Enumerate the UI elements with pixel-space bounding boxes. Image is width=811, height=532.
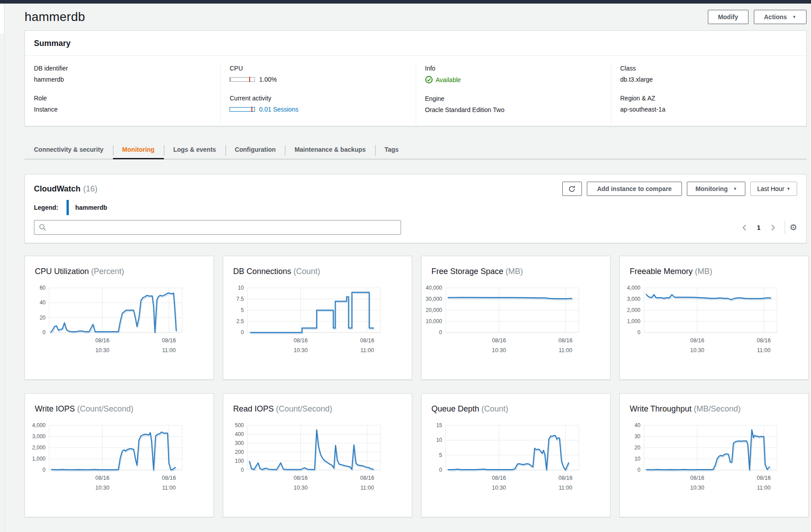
cpu-meter-bar (230, 77, 255, 82)
field-label: Role (34, 95, 209, 102)
chart-card-write-iops[interactable]: Write IOPS (Count/Second)01,0002,0003,00… (25, 393, 214, 517)
sessions-meter-bar (230, 107, 255, 112)
svg-text:0: 0 (637, 329, 640, 336)
cloudwatch-count: (16) (83, 184, 97, 193)
field-value: 0.01 Sessions (230, 106, 405, 113)
add-instance-to-compare-button[interactable]: Add instance to compare (587, 182, 682, 196)
tab-logs-events[interactable]: Logs & events (164, 140, 226, 159)
refresh-button[interactable] (562, 182, 582, 196)
chart-card-queue-depth[interactable]: Queue Depth (Count)05101508/1610:3008/16… (421, 393, 610, 517)
chart-card-write-throughput[interactable]: Write Throughput (MB/Second)01020304008/… (619, 393, 809, 517)
svg-text:40: 40 (635, 422, 641, 428)
time-range-dropdown[interactable]: Last Hour▼ (750, 182, 797, 196)
svg-text:08/16: 08/16 (294, 475, 308, 481)
summary-field-db-identifier: DB identifierhammerdb (34, 65, 209, 83)
chart-unit: (Percent) (91, 267, 124, 276)
summary-panel: Summary DB identifierhammerdbRoleInstanc… (25, 30, 807, 126)
summary-field-role: RoleInstance (34, 95, 209, 113)
chart-unit: (Count) (293, 267, 320, 276)
svg-text:30: 30 (635, 433, 641, 440)
field-value: 1.00% (230, 76, 405, 83)
charts-grid: CPU Utilization (Percent)020406008/1610:… (25, 256, 807, 517)
chart-unit: (Count/Second) (276, 404, 332, 413)
svg-text:10:30: 10:30 (690, 485, 704, 491)
chart-card-db-connections[interactable]: DB Connections (Count)02.557.51008/1610:… (223, 256, 412, 380)
field-value: Oracle Standard Edition Two (425, 106, 600, 113)
chart-title: Free Storage Space (MB) (422, 267, 601, 276)
svg-text:11:00: 11:00 (559, 347, 572, 353)
page-header: hammerdb Modify Actions▼ (25, 4, 807, 25)
svg-text:2,000: 2,000 (32, 445, 46, 451)
pager: 1 ⚙ (737, 221, 797, 234)
svg-text:1,000: 1,000 (627, 318, 640, 324)
summary-field-info: InfoAvailable (425, 65, 600, 83)
chart-plot: 01020304008/1610:3008/1611:00 (620, 420, 797, 491)
chart-plot: 010,00020,00030,00040,00008/1610:3008/16… (422, 283, 598, 354)
cloudwatch-title: CloudWatch (34, 184, 80, 193)
chart-unit: (MB) (695, 267, 712, 276)
svg-text:0: 0 (241, 467, 244, 473)
actions-button[interactable]: Actions▼ (754, 10, 807, 24)
svg-text:3,000: 3,000 (627, 296, 640, 302)
search-icon (39, 224, 46, 231)
svg-text:60: 60 (40, 285, 46, 291)
previous-page-button[interactable] (737, 221, 752, 234)
field-label: Engine (425, 95, 600, 102)
svg-text:0: 0 (241, 329, 244, 336)
svg-text:11:00: 11:00 (757, 347, 770, 353)
field-label: Info (425, 65, 600, 72)
series-line-hammerdb (448, 436, 569, 470)
chart-title: Freeable Memory (MB) (620, 267, 799, 276)
svg-text:400: 400 (235, 431, 244, 437)
chart-metric-name: Queue Depth (431, 404, 481, 413)
svg-text:10:30: 10:30 (492, 347, 506, 353)
chart-metric-name: Write IOPS (35, 404, 77, 413)
chart-title: DB Connections (Count) (223, 267, 403, 276)
legend-color-bar (67, 200, 69, 215)
field-label: Class (620, 65, 795, 72)
summary-field-current-activity: Current activity0.01 Sessions (230, 95, 405, 113)
svg-text:08/16: 08/16 (492, 475, 506, 481)
tab-configuration[interactable]: Configuration (226, 140, 285, 159)
tab-monitoring[interactable]: Monitoring (113, 140, 164, 159)
svg-text:4,000: 4,000 (32, 422, 46, 428)
svg-text:08/16: 08/16 (559, 475, 573, 481)
chart-title: Read IOPS (Count/Second) (223, 404, 403, 414)
field-label: Current activity (230, 95, 405, 102)
svg-text:100: 100 (235, 458, 244, 464)
svg-text:5: 5 (241, 307, 244, 313)
chart-card-cpu-utilization[interactable]: CPU Utilization (Percent)020406008/1610:… (25, 256, 214, 380)
chart-card-free-storage-space[interactable]: Free Storage Space (MB)010,00020,00030,0… (421, 256, 610, 380)
svg-text:10:30: 10:30 (294, 347, 308, 353)
svg-text:08/16: 08/16 (294, 337, 308, 344)
svg-text:20,000: 20,000 (426, 307, 442, 313)
summary-title: Summary (34, 39, 797, 48)
page-number: 1 (752, 224, 765, 231)
field-value: Instance (34, 106, 209, 113)
summary-column: Classdb.t3.xlargeRegion & AZap-southeast… (611, 65, 806, 125)
svg-text:3,000: 3,000 (32, 433, 46, 440)
chart-plot: 02.557.51008/1610:3008/1611:00 (223, 283, 400, 354)
svg-text:0: 0 (439, 329, 442, 336)
refresh-icon (568, 185, 576, 193)
chart-unit: (MB/Second) (694, 404, 740, 413)
tabs: Connectivity & securityMonitoringLogs & … (25, 140, 807, 159)
chart-plot: 010020030040050008/1610:3008/1611:00 (223, 420, 400, 491)
monitoring-dropdown[interactable]: Monitoring▼ (687, 182, 745, 196)
search-input[interactable] (34, 220, 401, 235)
tab-connectivity-security[interactable]: Connectivity & security (25, 140, 113, 159)
chart-card-freeable-memory[interactable]: Freeable Memory (MB)01,0002,0003,0004,00… (619, 256, 809, 380)
svg-text:11:00: 11:00 (360, 485, 374, 491)
check-circle-icon (425, 76, 433, 83)
settings-gear-icon[interactable]: ⚙ (790, 223, 797, 232)
chart-card-read-iops[interactable]: Read IOPS (Count/Second)0100200300400500… (223, 393, 412, 517)
svg-text:0: 0 (42, 467, 46, 473)
chart-metric-name: Free Storage Space (431, 267, 506, 276)
modify-button[interactable]: Modify (708, 10, 748, 24)
tab-tags[interactable]: Tags (375, 140, 408, 159)
tab-maintenance-backups[interactable]: Maintenance & backups (285, 140, 375, 159)
chart-unit: (Count) (481, 404, 508, 413)
sessions-link[interactable]: 0.01 Sessions (259, 106, 298, 113)
svg-text:10: 10 (436, 437, 443, 443)
next-page-button[interactable] (766, 221, 780, 234)
